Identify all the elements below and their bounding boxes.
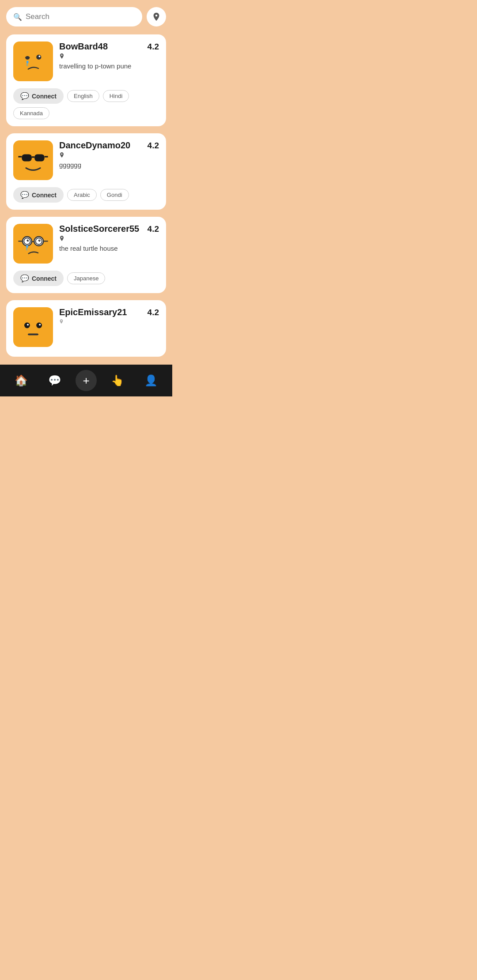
svg-point-22 [26, 245, 28, 248]
tag-1-0: Arabic [67, 189, 97, 201]
svg-rect-9 [18, 156, 22, 157]
chat-icon-0: 💬 [20, 92, 29, 100]
svg-point-25 [36, 323, 42, 328]
avatar-3 [13, 307, 53, 347]
touch-icon: 👆 [111, 374, 124, 387]
location-row-3 [59, 319, 159, 324]
avatar-2 [13, 224, 53, 264]
search-input[interactable] [26, 12, 135, 21]
rating-1: 4.2 [148, 141, 159, 151]
user-card-3: EpicEmissary21 4.2 [6, 300, 166, 357]
svg-point-26 [27, 324, 29, 325]
location-row-0 [59, 53, 159, 60]
svg-rect-23 [15, 309, 51, 345]
card-top-row-2: SolsticeSorcerer55 4.2 [59, 224, 159, 234]
tag-0-2: Kannada [13, 107, 49, 119]
nav-add[interactable]: + [76, 370, 97, 391]
svg-rect-5 [15, 143, 51, 178]
username-3: EpicEmissary21 [59, 307, 127, 317]
location-row-1 [59, 152, 159, 158]
nav-messages[interactable]: 💬 [42, 371, 68, 390]
chat-icon-2: 💬 [20, 274, 29, 283]
card-info-0: BowBard48 4.2 travelling to p-town pune [59, 41, 159, 70]
card-header-2: SolsticeSorcerer55 4.2 the real turtle h… [13, 224, 159, 264]
card-header-1: DanceDynamo20 4.2 gggggg [13, 140, 159, 180]
user-card-2: SolsticeSorcerer55 4.2 the real turtle h… [6, 217, 166, 293]
svg-point-14 [27, 239, 29, 241]
messages-icon: 💬 [48, 374, 61, 387]
card-info-2: SolsticeSorcerer55 4.2 the real turtle h… [59, 224, 159, 252]
svg-rect-0 [15, 44, 51, 79]
location-pin-icon-1 [59, 152, 64, 158]
username-2: SolsticeSorcerer55 [59, 224, 139, 234]
svg-rect-6 [22, 154, 31, 161]
nav-home[interactable]: 🏠 [8, 371, 34, 390]
rating-2: 4.2 [148, 224, 159, 234]
tag-0-1: Hindi [103, 90, 129, 102]
location-pin-icon-0 [59, 53, 64, 60]
rating-0: 4.2 [148, 42, 159, 52]
svg-point-15 [28, 240, 29, 241]
card-info-3: EpicEmissary21 4.2 [59, 307, 159, 324]
user-card-1: DanceDynamo20 4.2 gggggg 💬 Connect Arabi… [6, 133, 166, 210]
connect-button-2[interactable]: 💬 Connect [13, 271, 64, 286]
bottom-nav: 🏠 💬 + 👆 👤 [0, 365, 172, 396]
search-box: 🔍 [6, 7, 142, 26]
bio-0: travelling to p-town pune [59, 62, 159, 70]
chat-icon-1: 💬 [20, 191, 29, 199]
card-info-1: DanceDynamo20 4.2 gggggg [59, 140, 159, 169]
svg-rect-28 [28, 333, 38, 335]
nav-profile[interactable]: 👤 [138, 371, 164, 390]
connect-button-0[interactable]: 💬 Connect [13, 88, 64, 104]
location-pin-icon-3 [59, 319, 64, 324]
svg-point-24 [24, 323, 30, 328]
rating-3: 4.2 [148, 308, 159, 317]
username-0: BowBard48 [59, 41, 108, 52]
card-header-3: EpicEmissary21 4.2 [13, 307, 159, 347]
search-icon: 🔍 [13, 13, 22, 21]
user-list: BowBard48 4.2 travelling to p-town pune … [0, 31, 172, 365]
location-pin-icon-2 [59, 236, 64, 242]
tags-connect-row-0: 💬 Connect English Hindi Kannada [13, 88, 159, 119]
svg-point-2 [36, 55, 41, 60]
svg-rect-11 [15, 226, 51, 261]
svg-point-3 [38, 56, 40, 57]
nav-touch[interactable]: 👆 [105, 371, 130, 390]
add-icon: + [83, 374, 89, 388]
location-row-2 [59, 236, 159, 242]
card-header-0: BowBard48 4.2 travelling to p-town pune [13, 41, 159, 81]
bio-2: the real turtle house [59, 245, 159, 252]
connect-button-1[interactable]: 💬 Connect [13, 187, 64, 203]
svg-point-27 [39, 324, 41, 325]
svg-rect-7 [34, 154, 44, 161]
card-top-row-1: DanceDynamo20 4.2 [59, 140, 159, 151]
card-top-row-0: BowBard48 4.2 [59, 41, 159, 52]
svg-point-18 [38, 239, 41, 241]
avatar-1 [13, 140, 53, 180]
user-card-0: BowBard48 4.2 travelling to p-town pune … [6, 34, 166, 126]
svg-rect-10 [45, 156, 48, 157]
profile-icon: 👤 [144, 374, 158, 387]
svg-rect-8 [32, 156, 34, 158]
location-icon [151, 12, 161, 22]
svg-point-19 [39, 240, 40, 241]
card-top-row-3: EpicEmissary21 4.2 [59, 307, 159, 317]
tag-0-0: English [67, 90, 99, 102]
tag-1-1: Gondi [100, 189, 129, 201]
home-icon: 🏠 [15, 374, 28, 387]
tags-connect-row-2: 💬 Connect Japanese [13, 271, 159, 286]
avatar-0 [13, 41, 53, 81]
svg-point-4 [26, 60, 29, 63]
username-1: DanceDynamo20 [59, 140, 130, 151]
location-button[interactable] [147, 7, 166, 26]
top-bar: 🔍 [0, 0, 172, 31]
bio-1: gggggg [59, 161, 159, 169]
tags-connect-row-1: 💬 Connect Arabic Gondi [13, 187, 159, 203]
tag-2-0: Japanese [67, 272, 105, 284]
